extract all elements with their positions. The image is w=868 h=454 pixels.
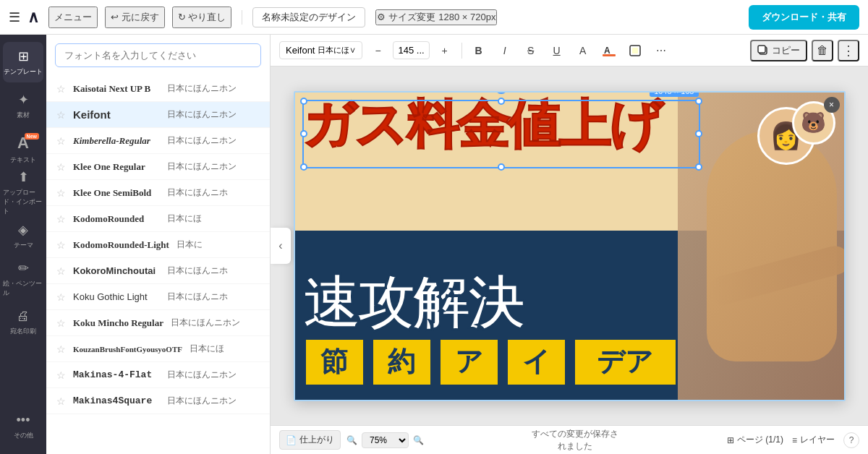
more-options-button[interactable]: ⋮ xyxy=(838,40,859,61)
sidebar-item-more[interactable]: ••• その他 xyxy=(3,406,43,447)
selection-box[interactable]: 1045 × 165 ↻ xyxy=(302,100,700,168)
redo-button[interactable]: ↻ やり直し xyxy=(172,7,232,28)
text-style-button[interactable]: A xyxy=(572,40,594,61)
menu-button[interactable]: メニュー xyxy=(48,7,98,28)
favorite-icon[interactable]: ☆ xyxy=(56,187,66,199)
copy-button[interactable]: コピー xyxy=(750,40,807,61)
handle-ml[interactable] xyxy=(300,130,307,137)
design-canvas[interactable]: ガス料金値上げ 1045 × 165 ↻ 速攻解決 xyxy=(294,91,846,401)
font-preview: 日本にほんニホ xyxy=(167,187,228,199)
strikethrough-button[interactable]: S xyxy=(520,40,542,61)
handle-bm[interactable] xyxy=(498,163,505,171)
theme-icon: ◈ xyxy=(18,222,28,238)
download-share-button[interactable]: ダウンロード・共有 xyxy=(749,5,859,30)
sidebar-item-pen[interactable]: ✏ 絵・ペンツール xyxy=(3,259,43,299)
layers-button[interactable]: ≡ レイヤー xyxy=(792,434,835,446)
list-item[interactable]: ☆ Kaisotai Next UP B 日本にほんニホン xyxy=(46,76,270,102)
sidebar-item-template[interactable]: ⊞ テンプレート xyxy=(3,42,43,82)
handle-tr[interactable] xyxy=(695,98,702,105)
sidebar-item-upload[interactable]: ⬆ アップロード・インポート xyxy=(3,172,43,213)
font-size-value: 145 ... xyxy=(398,45,424,56)
status-text: すべての変更が保存されました xyxy=(529,428,622,453)
favorite-icon[interactable]: ☆ xyxy=(56,317,66,329)
finish-button[interactable]: 📄 仕上がり xyxy=(279,430,341,450)
favorite-icon[interactable]: ☆ xyxy=(56,369,66,381)
handle-mr[interactable] xyxy=(695,130,702,137)
zoom-out-icon[interactable]: 🔍 xyxy=(346,435,357,445)
canvas-box-1[interactable]: 節 xyxy=(304,338,365,387)
font-name: Makinas4Square xyxy=(73,395,160,406)
favorite-icon[interactable]: ☆ xyxy=(56,291,66,303)
list-item[interactable]: ☆ Koku Gothic Light 日本にほんニホ xyxy=(46,284,270,310)
text-highlight-button[interactable] xyxy=(624,40,646,61)
canvas-box-2[interactable]: 約 xyxy=(371,338,433,387)
handle-tm[interactable] xyxy=(498,98,505,105)
canvas-close-button[interactable]: × xyxy=(824,97,840,113)
favorite-icon[interactable]: ☆ xyxy=(56,83,66,95)
text-color-button[interactable]: A xyxy=(598,40,620,61)
sidebar-item-theme[interactable]: ◈ テーマ xyxy=(3,215,43,256)
favorite-icon[interactable]: ☆ xyxy=(56,135,66,147)
canvas-size-label: 1045 × 165 xyxy=(650,91,698,97)
list-item[interactable]: ☆ KodomoRounded 日本にほ xyxy=(46,206,270,232)
format-separator xyxy=(461,43,462,59)
canvas-box-3[interactable]: ア xyxy=(438,338,500,387)
canvas-sub-text[interactable]: 速攻解決 xyxy=(302,275,522,331)
favorite-icon[interactable]: ☆ xyxy=(56,109,66,121)
list-item[interactable]: ☆ KodomoRounded-Light 日本に xyxy=(46,232,270,258)
more-format-button[interactable]: ⋯ xyxy=(650,40,672,61)
list-item[interactable]: ☆ Makinas4Square 日本にほんニホン xyxy=(46,388,270,414)
sidebar-item-label: その他 xyxy=(14,431,33,440)
font-size-plus-button[interactable]: + xyxy=(434,40,456,61)
underline-button[interactable]: U xyxy=(546,40,568,61)
delete-button[interactable]: 🗑 xyxy=(812,40,833,61)
pages-indicator[interactable]: ⊞ ページ (1/1) xyxy=(727,434,783,446)
list-item[interactable]: ☆ Koku Mincho Regular 日本にほんニホン xyxy=(46,310,270,336)
gear-icon: ⚙ xyxy=(377,12,386,22)
zoom-select[interactable]: 75% 50% 100% xyxy=(362,432,409,448)
font-name: Klee One SemiBold xyxy=(73,187,160,199)
favorite-icon[interactable]: ☆ xyxy=(56,395,66,407)
size-change-button[interactable]: ⚙ サイズ変更 1280 × 720px xyxy=(375,9,497,25)
font-preview: 日本に xyxy=(176,239,203,251)
design-title-button[interactable]: 名称未設定のデザイン xyxy=(252,7,365,27)
sidebar-item-print[interactable]: 🖨 宛名印刷 xyxy=(3,302,43,343)
list-item[interactable]: ☆ Keifont 日本にほんニホン xyxy=(46,102,270,128)
handle-br[interactable] xyxy=(695,163,702,171)
canvas-box-4[interactable]: イ xyxy=(506,338,567,387)
canvas-nav-left[interactable]: ‹ xyxy=(271,228,291,264)
woman-silhouette xyxy=(707,130,837,361)
bold-button[interactable]: B xyxy=(468,40,490,61)
canvas-box-5[interactable]: デア xyxy=(573,338,678,387)
list-item[interactable]: ☆ KokoroMinchoutai 日本にほんニホ xyxy=(46,258,270,284)
list-item[interactable]: ☆ KouzanBrushFontGyousyoOTF 日本にほ xyxy=(46,336,270,362)
font-preview: 日本にほんニホン xyxy=(167,134,237,147)
handle-tl[interactable] xyxy=(300,98,307,105)
help-button[interactable]: ? xyxy=(843,432,859,448)
favorite-icon[interactable]: ☆ xyxy=(56,213,66,225)
favorite-icon[interactable]: ☆ xyxy=(56,239,66,251)
zoom-in-icon[interactable]: 🔍 xyxy=(413,435,424,445)
font-preview: 日本にほ xyxy=(190,343,224,355)
list-item[interactable]: ☆ Makinas-4-Flat 日本にほんニホン xyxy=(46,362,270,388)
list-item[interactable]: ☆ Klee One Regular 日本にほんニホン xyxy=(46,154,270,180)
font-name: Keifont xyxy=(73,108,160,121)
font-selector[interactable]: Keifont 日本にほ∨ xyxy=(279,41,362,59)
font-size-selector[interactable]: 145 ... xyxy=(393,41,429,59)
list-item[interactable]: ☆ Kimberella-Regular 日本にほんニホン xyxy=(46,128,270,154)
favorite-icon[interactable]: ☆ xyxy=(56,161,66,173)
font-size-minus-button[interactable]: − xyxy=(367,40,388,61)
sidebar-item-text[interactable]: A New テキスト xyxy=(3,129,43,169)
favorite-icon[interactable]: ☆ xyxy=(56,343,66,355)
menu-icon[interactable]: ☰ xyxy=(9,9,20,25)
undo-button[interactable]: ↩ 元に戻す xyxy=(105,7,165,28)
copy-label: コピー xyxy=(772,44,800,57)
font-preview: 日本にほんニホ xyxy=(167,265,228,277)
italic-button[interactable]: I xyxy=(494,40,516,61)
logo: ∧ xyxy=(27,8,38,27)
list-item[interactable]: ☆ Klee One SemiBold 日本にほんニホ xyxy=(46,180,270,206)
handle-bl[interactable] xyxy=(300,163,307,171)
sidebar-item-material[interactable]: ✦ 素材 xyxy=(3,85,43,126)
font-search-input[interactable] xyxy=(55,43,261,67)
favorite-icon[interactable]: ☆ xyxy=(56,265,66,277)
